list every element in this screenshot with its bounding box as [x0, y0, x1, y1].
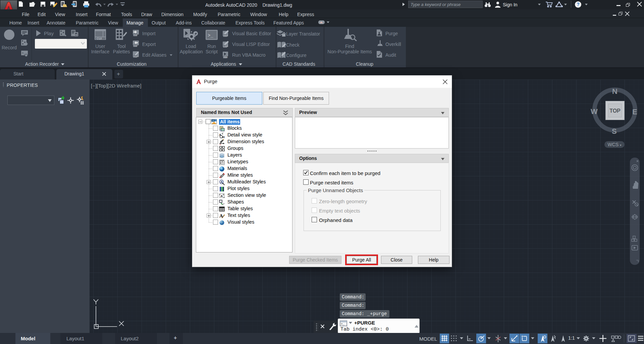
svg-text:CUI: CUI — [133, 34, 137, 36]
svg-text:CUI: CUI — [133, 45, 137, 47]
svg-text:VBA: VBA — [223, 56, 228, 58]
svg-text:VBA: VBA — [223, 35, 228, 37]
svg-text:LISP: LISP — [223, 45, 228, 48]
svg-text:>_: >_ — [341, 323, 344, 326]
svg-text:>_: >_ — [208, 33, 213, 38]
svg-text:CUI: CUI — [97, 37, 102, 40]
svg-text:PGP: PGP — [133, 56, 138, 58]
svg-text:H: H — [222, 135, 225, 138]
svg-text:A: A — [220, 194, 223, 198]
